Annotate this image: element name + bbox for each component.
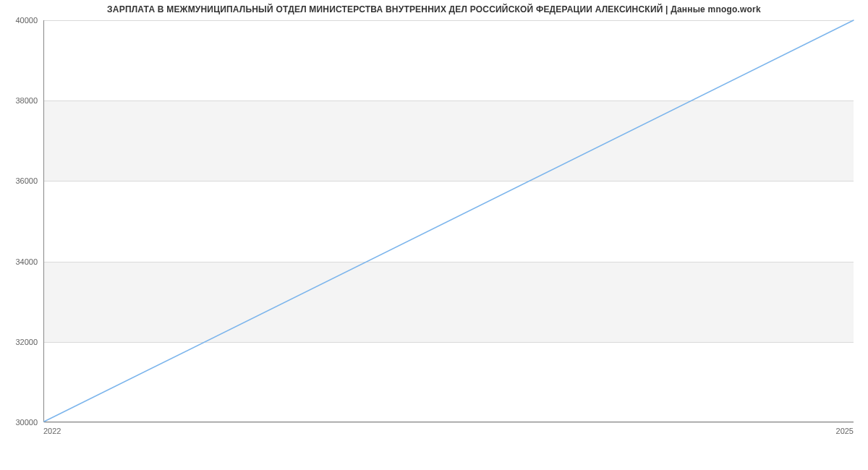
series-line	[44, 20, 854, 422]
x-axis-tick-label: 2022	[43, 427, 61, 435]
y-axis-tick-label: 32000	[15, 338, 38, 346]
y-axis-tick-label: 40000	[15, 16, 38, 25]
y-axis-tick-label: 36000	[15, 176, 38, 185]
series-layer	[44, 20, 854, 422]
y-axis-tick-label: 34000	[15, 257, 38, 266]
grid-line	[44, 422, 854, 423]
y-axis-tick-label: 30000	[15, 418, 38, 427]
x-axis-tick-label: 2025	[836, 427, 854, 435]
plot-area	[43, 20, 854, 422]
y-axis-tick-label: 38000	[15, 96, 38, 105]
chart-title: ЗАРПЛАТА В МЕЖМУНИЦИПАЛЬНЫЙ ОТДЕЛ МИНИСТ…	[0, 4, 868, 14]
chart-container: ЗАРПЛАТА В МЕЖМУНИЦИПАЛЬНЫЙ ОТДЕЛ МИНИСТ…	[0, 0, 868, 470]
